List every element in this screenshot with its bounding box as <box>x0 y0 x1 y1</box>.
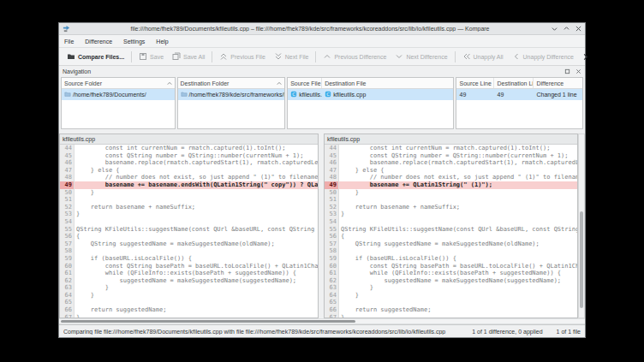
menu-settings[interactable]: Settings <box>123 39 145 45</box>
navigation-cell: Changed 1 line <box>534 89 582 100</box>
line-number: 57 <box>325 240 339 248</box>
toolbar-button-unapply-difference[interactable]: Unapply Difference <box>508 50 578 63</box>
line-number: 61 <box>60 270 75 277</box>
navigation-dock-title: Navigation <box>63 68 564 74</box>
code-line: 62 suggestedName = makeSuggestedName(sug… <box>325 277 577 285</box>
horizontal-scrollbar-thumb[interactable] <box>61 320 355 323</box>
code-line: 53} <box>60 211 318 218</box>
close-dock-icon[interactable] <box>575 68 581 74</box>
code-line: 51 <box>60 196 318 204</box>
code-text: } <box>75 284 318 292</box>
code-text: basename += basename.endsWith(QLatin1Str… <box>75 181 318 189</box>
navigation-row[interactable]: 4949Changed 1 line <box>456 89 582 100</box>
code-text: { <box>75 233 318 240</box>
file-count: 1 of 1 file <box>557 329 581 335</box>
navigation-row[interactable]: /home/fhek789/Documents/ <box>62 89 175 100</box>
column-header-source-folder[interactable]: Source Folder <box>62 78 175 88</box>
column-header-label: Destination Folder <box>181 80 230 86</box>
destination-code-area[interactable]: 44 const int currentNum = rmatch.capture… <box>325 145 577 317</box>
column-header-destination-folder[interactable]: Destination Folder <box>178 78 285 88</box>
toolbar-button-save-all[interactable]: Save All <box>168 50 209 63</box>
source-code-area[interactable]: 44 const int currentNum = rmatch.capture… <box>60 145 318 317</box>
line-number: 46 <box>60 159 75 167</box>
diff-view: kfileutils.cpp 44 const int currentNum =… <box>59 134 585 318</box>
statusbar: Comparing file file:///home/fhek789/Docu… <box>59 324 585 337</box>
code-line: 48 // number does not exist, so just app… <box>60 174 318 181</box>
line-number: 45 <box>60 152 75 160</box>
changed-code-line[interactable]: 49 basename += QLatin1String(" (1)"); <box>325 181 577 189</box>
line-number: 63 <box>325 284 339 292</box>
code-text: while (QFileInfo::exists(basePath + sugg… <box>339 270 577 277</box>
code-text <box>75 247 318 255</box>
horizontal-scrollbar[interactable] <box>59 318 585 324</box>
column-header-destination-file[interactable]: Destination File <box>322 78 453 88</box>
navigation-cell: 49 <box>494 89 534 100</box>
minimize-button[interactable] <box>552 26 558 32</box>
toolbar-button-compare-files[interactable]: Compare Files... <box>63 50 128 63</box>
vertical-scrollbar[interactable] <box>578 134 585 318</box>
code-text: } <box>339 292 577 300</box>
chevron-left-icon <box>512 52 521 61</box>
code-text: QString KFileUtils::suggestName(const QU… <box>339 226 577 234</box>
navigation-cell: Ckfileutils.cpp <box>322 89 453 100</box>
toolbar-button-unapply-all[interactable]: Unapply All <box>458 50 508 63</box>
column-header-difference[interactable]: Difference <box>534 78 582 88</box>
menu-difference[interactable]: Difference <box>85 39 112 45</box>
close-button[interactable] <box>575 26 581 32</box>
navigation-list-empty-area <box>456 100 582 128</box>
navigation-cell-text: /home/fhek789/kde/src/frameworks/kcoread… <box>189 92 285 98</box>
compare-files-icon <box>67 52 75 61</box>
code-text: // number does not exist, so just append… <box>75 174 318 181</box>
toolbar-button-previous-difference[interactable]: Previous Difference <box>319 50 391 63</box>
line-number: 47 <box>325 167 339 175</box>
code-line: 61 while (QFileInfo::exists(basePath + s… <box>325 270 577 277</box>
cpp-file-icon: C <box>325 91 331 98</box>
menu-help[interactable]: Help <box>156 39 168 45</box>
column-header-label: Difference <box>536 80 564 86</box>
line-number: 46 <box>325 159 339 167</box>
difference-count: 1 of 1 difference, 0 applied <box>472 329 542 335</box>
toolbar-button-next-difference[interactable]: Next Difference <box>391 50 451 63</box>
toolbar-overflow-button[interactable] <box>578 51 593 62</box>
float-dock-icon[interactable] <box>564 68 570 74</box>
line-number: 60 <box>60 263 75 270</box>
code-line: 67} <box>60 314 318 317</box>
column-header-source-line[interactable]: Source Line <box>456 78 494 88</box>
titlebar[interactable]: file:///home/fhek789/Documents/kfileutil… <box>59 23 585 35</box>
line-number: 50 <box>325 189 339 197</box>
navigation-cell: Ckfileutils.c... <box>288 89 322 100</box>
changed-code-line[interactable]: 49 basename += basename.endsWith(QLatin1… <box>60 181 318 189</box>
code-line: 46 basename.replace(rmatch.capturedStart… <box>325 159 577 167</box>
code-text: if (baseURL.isLocalFile()) { <box>75 255 318 263</box>
menu-file[interactable]: File <box>64 39 74 45</box>
code-line: 60 const QString basePath = baseURL.toLo… <box>60 263 318 270</box>
maximize-button[interactable] <box>564 26 569 32</box>
code-line: 57 QString suggestedName = makeSuggested… <box>60 240 318 248</box>
column-header-source-file[interactable]: Source File <box>288 78 322 88</box>
toolbar-button-previous-file[interactable]: Previous File <box>215 50 269 63</box>
code-text <box>75 218 318 226</box>
navigation-cell-text: 49 <box>497 92 504 98</box>
line-number: 55 <box>60 226 75 234</box>
toolbar-button-save[interactable]: Save <box>134 50 168 63</box>
line-number: 44 <box>325 145 339 152</box>
code-line: 65 <box>325 299 577 306</box>
code-line: 62 suggestedName = makeSuggestedName(sug… <box>60 277 318 285</box>
code-text: } <box>75 314 318 317</box>
code-line: 64 } <box>60 292 318 300</box>
code-line: 48 // number does not exist, so just app… <box>325 174 577 181</box>
sort-up-icon <box>165 80 172 86</box>
line-number: 58 <box>60 247 75 255</box>
navigation-cell-text: 49 <box>459 92 466 98</box>
code-text: return suggestedName; <box>339 306 577 314</box>
toolbar-button-next-file[interactable]: Next File <box>270 50 313 63</box>
column-header-destination-lir[interactable]: Destination Lir <box>494 78 534 88</box>
code-line: 66 return suggestedName; <box>60 306 318 314</box>
vertical-scrollbar-thumb[interactable] <box>580 211 583 308</box>
navigation-row[interactable]: Ckfileutils.c...Ckfileutils.cpp <box>288 89 453 100</box>
navigation-row[interactable]: /home/fhek789/kde/src/frameworks/kcoread… <box>178 89 285 100</box>
code-text: } <box>75 189 318 197</box>
code-line: 50 } <box>325 189 577 197</box>
toolbar-separator <box>131 51 132 62</box>
code-line: 60 const QString basePath = baseURL.toLo… <box>325 263 577 270</box>
